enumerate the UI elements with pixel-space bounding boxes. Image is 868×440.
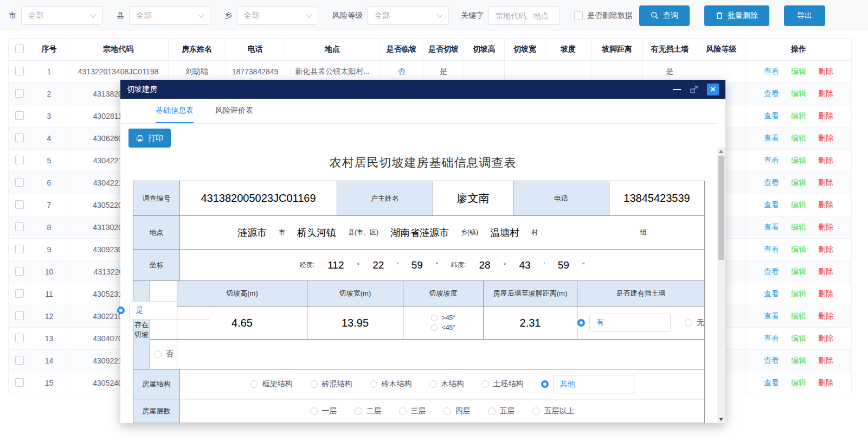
- query-button[interactable]: 查询: [639, 5, 690, 26]
- export-button[interactable]: 导出: [784, 5, 825, 26]
- delete-link[interactable]: 删除: [818, 156, 833, 164]
- row-checkbox[interactable]: [15, 89, 24, 98]
- delete-link[interactable]: 删除: [818, 334, 833, 342]
- tab-basic-info[interactable]: 基础信息表: [156, 99, 194, 123]
- view-link[interactable]: 查看: [764, 89, 779, 98]
- view-link[interactable]: 查看: [764, 133, 779, 142]
- delete-link[interactable]: 删除: [818, 245, 833, 253]
- retaining-wall-option[interactable]: 有: [577, 314, 671, 332]
- edit-link[interactable]: 编辑: [791, 356, 806, 365]
- house-structure-option[interactable]: 土坯结构: [481, 379, 524, 389]
- row-checkbox[interactable]: [15, 289, 24, 298]
- house-structure-option[interactable]: 砖木结构: [370, 379, 412, 389]
- retaining-wall-option[interactable]: 无: [685, 318, 704, 328]
- row-checkbox[interactable]: [15, 156, 24, 164]
- has-cut-slope-no-option[interactable]: 否: [154, 349, 173, 359]
- delete-link[interactable]: 删除: [818, 222, 833, 231]
- view-link[interactable]: 查看: [764, 67, 779, 75]
- dialog-titlebar[interactable]: 切坡建房 ×: [120, 80, 725, 99]
- delete-link[interactable]: 删除: [818, 289, 833, 298]
- edit-link[interactable]: 编辑: [791, 334, 806, 342]
- view-link[interactable]: 查看: [764, 222, 779, 231]
- modal-scrollbar[interactable]: [717, 147, 725, 423]
- select-all-checkbox[interactable]: [15, 44, 24, 53]
- filter-select-3[interactable]: 全部: [368, 7, 449, 25]
- edit-link[interactable]: 编辑: [791, 178, 806, 187]
- edit-link[interactable]: 编辑: [791, 156, 806, 164]
- batch-delete-button[interactable]: 批量删除: [704, 5, 769, 26]
- filter-select-1[interactable]: 全部: [129, 7, 210, 25]
- house-structure-option[interactable]: 框架结构: [250, 379, 293, 389]
- row-checkbox[interactable]: [15, 311, 24, 320]
- house-floors-option[interactable]: 二层: [355, 406, 382, 416]
- view-link[interactable]: 查看: [764, 356, 779, 365]
- delete-link[interactable]: 删除: [818, 178, 833, 187]
- scroll-down-icon[interactable]: [719, 418, 723, 421]
- filter-select-0[interactable]: 全部: [21, 7, 102, 25]
- row-checkbox[interactable]: [15, 267, 24, 276]
- edit-link[interactable]: 编辑: [791, 289, 806, 298]
- house-floors-option[interactable]: 一层: [310, 406, 337, 416]
- close-icon[interactable]: ×: [707, 84, 719, 95]
- row-checkbox[interactable]: [15, 111, 24, 120]
- house-structure-option[interactable]: 其他: [541, 375, 634, 393]
- house-floors-option[interactable]: 五层以上: [532, 406, 575, 416]
- keyword-input[interactable]: [488, 7, 560, 25]
- edit-link[interactable]: 编辑: [791, 378, 806, 387]
- scroll-up-icon[interactable]: [719, 150, 723, 153]
- view-link[interactable]: 查看: [764, 267, 779, 276]
- row-checkbox[interactable]: [15, 133, 24, 142]
- row-checkbox[interactable]: [15, 178, 24, 187]
- house-structure-option[interactable]: 木结构: [429, 379, 464, 389]
- delete-link[interactable]: 删除: [818, 378, 833, 387]
- view-link[interactable]: 查看: [764, 378, 779, 387]
- row-checkbox[interactable]: [15, 378, 24, 387]
- slope-degree-option[interactable]: <45°: [431, 324, 455, 331]
- house-structure-option[interactable]: 砖混结构: [310, 379, 352, 389]
- delete-link[interactable]: 删除: [818, 356, 833, 365]
- edit-link[interactable]: 编辑: [791, 200, 806, 209]
- row-checkbox[interactable]: [15, 356, 24, 365]
- edit-link[interactable]: 编辑: [791, 267, 806, 276]
- scrollbar-thumb[interactable]: [718, 156, 724, 260]
- delete-link[interactable]: 删除: [818, 267, 833, 276]
- house-floors-option[interactable]: 四层: [443, 406, 471, 416]
- view-link[interactable]: 查看: [764, 245, 779, 253]
- edit-link[interactable]: 编辑: [791, 311, 806, 320]
- filter-select-2[interactable]: 全部: [237, 7, 318, 25]
- row-checkbox[interactable]: [15, 200, 24, 209]
- delete-link[interactable]: 删除: [818, 133, 833, 142]
- edit-link[interactable]: 编辑: [791, 67, 806, 75]
- row-checkbox[interactable]: [15, 222, 24, 231]
- house-floors-option[interactable]: 五层: [488, 406, 515, 416]
- house-floors-option[interactable]: 三层: [399, 406, 426, 416]
- delete-link[interactable]: 删除: [818, 89, 833, 98]
- view-link[interactable]: 查看: [764, 311, 779, 320]
- delete-link[interactable]: 删除: [818, 311, 833, 320]
- edit-link[interactable]: 编辑: [791, 222, 806, 231]
- slope-degree-option[interactable]: >45°: [431, 314, 455, 322]
- view-link[interactable]: 查看: [764, 289, 779, 298]
- edit-link[interactable]: 编辑: [791, 133, 806, 142]
- deleted-data-checkbox[interactable]: [574, 11, 583, 20]
- edit-link[interactable]: 编辑: [791, 89, 806, 98]
- delete-link[interactable]: 删除: [818, 111, 833, 120]
- row-checkbox[interactable]: [15, 245, 24, 253]
- edit-link[interactable]: 编辑: [791, 245, 806, 253]
- view-link[interactable]: 查看: [764, 334, 779, 342]
- tab-risk-evaluation[interactable]: 风险评价表: [215, 99, 253, 123]
- maximize-icon[interactable]: [690, 85, 698, 94]
- delete-link[interactable]: 删除: [818, 67, 833, 75]
- edit-link[interactable]: 编辑: [791, 111, 806, 120]
- lng-label: 经度:: [300, 260, 314, 270]
- view-link[interactable]: 查看: [764, 200, 779, 209]
- view-link[interactable]: 查看: [764, 111, 779, 120]
- radio-label: 五层以上: [544, 406, 575, 416]
- minimize-icon[interactable]: [673, 89, 681, 90]
- row-checkbox[interactable]: [15, 334, 24, 342]
- view-link[interactable]: 查看: [764, 156, 779, 164]
- delete-link[interactable]: 删除: [818, 200, 833, 209]
- row-checkbox[interactable]: [15, 67, 24, 75]
- print-button[interactable]: 打印: [128, 129, 171, 148]
- view-link[interactable]: 查看: [764, 178, 779, 187]
